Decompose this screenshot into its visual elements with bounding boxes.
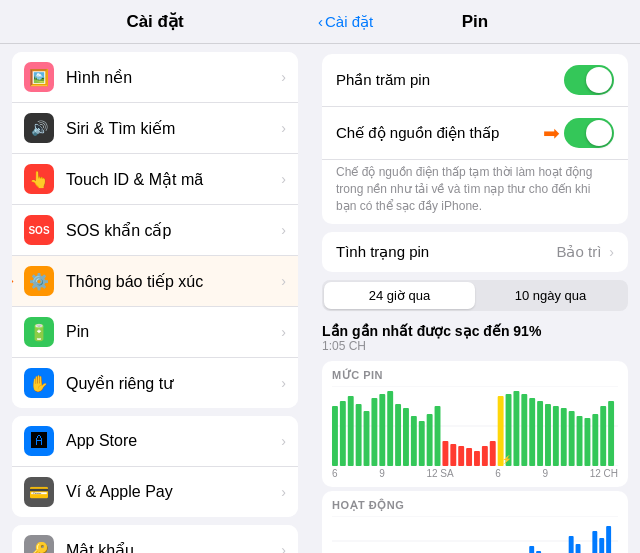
sidebar-item-hinh-nen[interactable]: 🖼️ Hình nền › [12, 52, 298, 103]
chevron-icon: › [281, 273, 286, 289]
svg-rect-21 [474, 451, 480, 466]
sidebar-item-vi[interactable]: 💳 Ví & Apple Pay › [12, 467, 298, 517]
svg-rect-19 [458, 446, 464, 466]
chevron-icon: › [281, 433, 286, 449]
sidebar-item-quyen[interactable]: ✋ Quyền riêng tư › [12, 358, 298, 408]
right-title: Pin [462, 12, 488, 32]
appstore-icon: 🅰 [24, 426, 54, 456]
svg-rect-48 [599, 538, 604, 553]
activity-chart-container: HOẠT ĐỘNG 6 9 12 [322, 491, 628, 553]
chart-area: ⚡ [332, 386, 618, 466]
tinh-trang-row[interactable]: Tình trạng pin Bảo trì › [322, 232, 628, 272]
svg-rect-12 [403, 408, 409, 466]
phan-tram-label: Phần trăm pin [336, 71, 564, 89]
svg-rect-17 [442, 441, 448, 466]
svg-rect-13 [411, 416, 417, 466]
che-do-nguon-row: Chế độ nguồn điện thấp ➡ [322, 107, 628, 160]
chevron-icon: › [609, 244, 614, 260]
svg-rect-14 [419, 421, 425, 466]
svg-rect-33 [569, 411, 575, 466]
chevron-icon: › [281, 120, 286, 136]
activity-chart-area [332, 516, 618, 553]
svg-rect-26 [513, 391, 519, 466]
right-header: ‹ Cài đặt Pin [310, 0, 640, 44]
right-arrow-indicator: ➡ [543, 121, 560, 145]
thongbao-icon: ⚙️ [24, 266, 54, 296]
svg-rect-30 [545, 404, 551, 466]
siri-label: Siri & Tìm kiếm [66, 119, 277, 138]
siri-icon: 🔊 [24, 113, 54, 143]
svg-rect-6 [356, 404, 362, 466]
hinh-nen-icon: 🖼️ [24, 62, 54, 92]
description-text: Chế độ nguồn điện thấp tạm thời làm hoạt… [322, 160, 628, 224]
battery-chart-container: MỨC PIN [322, 361, 628, 487]
svg-rect-11 [395, 404, 401, 466]
sos-icon: SOS [24, 215, 54, 245]
svg-rect-8 [371, 398, 377, 466]
toggle-knob [586, 120, 612, 146]
chevron-icon: › [281, 484, 286, 500]
tinh-trang-group: Tình trạng pin Bảo trì › [322, 232, 628, 272]
svg-rect-5 [348, 396, 354, 466]
tab-10d[interactable]: 10 ngày qua [475, 282, 626, 309]
sidebar-item-appstore[interactable]: 🅰 App Store › [12, 416, 298, 467]
phan-tram-toggle[interactable] [564, 65, 614, 95]
settings-group-2: 🅰 App Store › 💳 Ví & Apple Pay › [12, 416, 298, 517]
svg-rect-38 [608, 401, 614, 466]
toggle-knob [586, 67, 612, 93]
svg-rect-15 [427, 414, 433, 466]
sidebar-item-pin[interactable]: 🔋 Pin › [12, 307, 298, 358]
chevron-icon: › [281, 69, 286, 85]
svg-rect-16 [435, 406, 441, 466]
appstore-label: App Store [66, 432, 277, 450]
svg-rect-29 [537, 401, 543, 466]
settings-group-3: 🔑 Mật khẩu › 👤 Danh bạ › 📅 Lịch › [12, 525, 298, 553]
sidebar-item-touchid[interactable]: 👆 Touch ID & Mật mã › [12, 154, 298, 205]
svg-rect-28 [529, 398, 535, 466]
svg-text:⚡: ⚡ [502, 454, 512, 464]
quyen-icon: ✋ [24, 368, 54, 398]
sidebar-item-sos[interactable]: SOS SOS khẩn cấp › [12, 205, 298, 256]
tab-24h[interactable]: 24 giờ qua [324, 282, 475, 309]
back-chevron-icon: ‹ [318, 13, 323, 30]
sidebar-item-siri[interactable]: 🔊 Siri & Tìm kiếm › [12, 103, 298, 154]
tinh-trang-value: Bảo trì [556, 243, 601, 261]
svg-rect-27 [521, 394, 527, 466]
svg-rect-7 [364, 411, 370, 466]
chevron-icon: › [281, 171, 286, 187]
left-title: Cài đặt [126, 11, 183, 32]
svg-rect-20 [466, 448, 472, 466]
chevron-icon: › [281, 222, 286, 238]
svg-rect-35 [584, 418, 590, 466]
svg-rect-10 [387, 391, 393, 466]
vi-icon: 💳 [24, 477, 54, 507]
sos-label: SOS khẩn cấp [66, 221, 277, 240]
svg-rect-37 [600, 406, 606, 466]
svg-rect-46 [576, 544, 581, 553]
hinh-nen-label: Hình nền [66, 68, 277, 87]
settings-list: 🖼️ Hình nền › 🔊 Siri & Tìm kiếm › 👆 Touc… [0, 44, 310, 553]
chevron-icon: › [281, 375, 286, 391]
thongbao-label: Thông báo tiếp xúc [66, 272, 277, 291]
svg-rect-18 [450, 444, 456, 466]
svg-rect-32 [561, 408, 567, 466]
che-do-nguon-label: Chế độ nguồn điện thấp [336, 124, 564, 142]
back-button[interactable]: ‹ Cài đặt [318, 13, 373, 31]
pin-toggle-group: Phần trăm pin Chế độ nguồn điện thấp ➡ C… [322, 54, 628, 224]
sidebar-item-matkhau[interactable]: 🔑 Mật khẩu › [12, 525, 298, 553]
x-label-3: 12 SA [426, 468, 453, 479]
activity-label: HOẠT ĐỘNG [332, 499, 618, 512]
x-label-6: 12 CH [590, 468, 618, 479]
pin-icon: 🔋 [24, 317, 54, 347]
svg-rect-43 [529, 546, 534, 553]
x-label-5: 9 [542, 468, 548, 479]
pin-label: Pin [66, 323, 277, 341]
x-label-4: 6 [495, 468, 501, 479]
matkhau-icon: 🔑 [24, 535, 54, 553]
svg-rect-23 [490, 441, 496, 466]
settings-group-1: 🖼️ Hình nền › 🔊 Siri & Tìm kiếm › 👆 Touc… [12, 52, 298, 408]
che-do-nguon-toggle[interactable]: ➡ [564, 118, 614, 148]
charge-info: Lần gần nhất được sạc đến 91% 1:05 CH [310, 319, 640, 355]
svg-rect-31 [553, 406, 559, 466]
sidebar-item-thongbao[interactable]: ⚙️ Thông báo tiếp xúc › ➡ [12, 256, 298, 307]
